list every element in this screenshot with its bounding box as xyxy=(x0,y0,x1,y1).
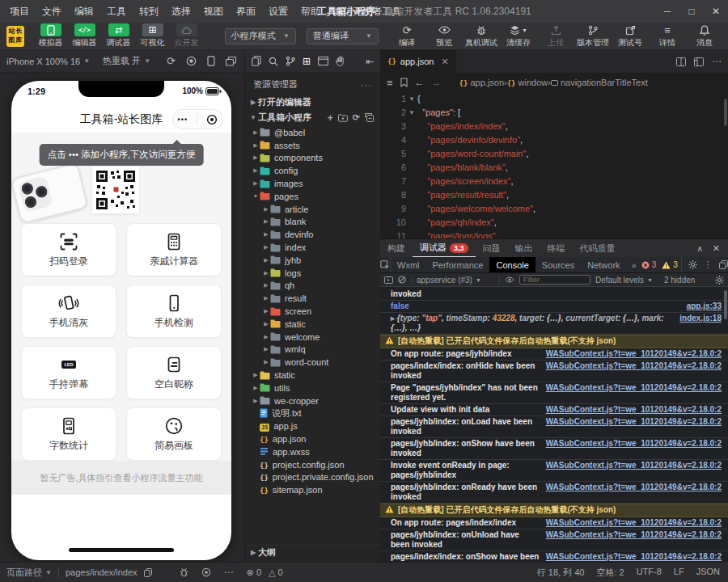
console-log-row[interactable]: pages/jyhb/index: onLoad have been invok… xyxy=(380,416,728,438)
inspect-element-icon[interactable] xyxy=(380,257,391,272)
panel-tab-问题[interactable]: 问题 xyxy=(476,239,508,257)
menu-item[interactable]: 项目 xyxy=(3,0,36,23)
tool-card-scan[interactable]: 扫码登录 xyxy=(21,223,116,276)
close-x-icon[interactable]: ✕ xyxy=(713,243,720,254)
list-action-button[interactable]: ≡ 详情 xyxy=(649,24,686,48)
hand-icon[interactable] xyxy=(336,56,345,66)
source-link[interactable]: WASubContext.js?t=we_10120149&v=2.18.0:2 xyxy=(546,552,722,562)
menu-item[interactable]: 转到 xyxy=(133,0,165,23)
maximize-button[interactable]: □ xyxy=(679,0,704,23)
tree-item-we-cropper[interactable]: ▶ we-cropper xyxy=(245,394,380,407)
close-target-icon[interactable] xyxy=(206,114,218,125)
tab-app-json[interactable]: {} app.json ✕ xyxy=(380,50,456,73)
cloud-mode-button[interactable]: 云开发 xyxy=(170,23,204,48)
kebab-menu-icon[interactable]: ⋮ xyxy=(704,259,713,270)
source-link[interactable]: WASubContext.js?t=we_10120149&v=2.18.0:2 xyxy=(546,439,722,449)
tree-item-index[interactable]: ▶ index xyxy=(245,241,380,254)
gear-icon[interactable] xyxy=(715,276,724,285)
project-section[interactable]: ▼ 工具箱小程序 +⟳ xyxy=(245,110,380,125)
outline-icon[interactable]: ≡ xyxy=(387,77,393,89)
editor-scrollbar[interactable] xyxy=(724,99,727,126)
project-logo[interactable]: 站长图库 xyxy=(6,26,24,47)
record-icon[interactable] xyxy=(186,55,197,67)
sidebar-panel-icon[interactable] xyxy=(384,276,393,284)
source-link[interactable]: WASubContext.js?t=we_10120149&v=2.18.0:2 xyxy=(546,349,722,359)
statusbar-item[interactable]: LF xyxy=(674,567,684,579)
tree-item-qh[interactable]: ▶ qh xyxy=(245,280,380,293)
tree-item-assets[interactable]: ▶ assets xyxy=(245,139,380,152)
new-folder-icon[interactable] xyxy=(338,112,348,124)
devtools-tab-Performance[interactable]: Performance xyxy=(426,257,490,272)
statusbar-item[interactable]: 空格: 2 xyxy=(596,567,624,579)
layers-action-button[interactable]: ▼ 清缓存 xyxy=(500,24,537,48)
source-link[interactable]: WASubContext.js?t=we_10120149&v=2.18.0:2 xyxy=(546,461,722,470)
console-log-list[interactable]: invokedfalseapp.js:33index.js:18▸ {type:… xyxy=(380,289,728,562)
panel-tab-调试器[interactable]: 调试器3,3 xyxy=(413,239,476,257)
fold-chevron-icon[interactable]: ▼ xyxy=(406,92,417,106)
more-icon[interactable]: ··· xyxy=(361,80,372,90)
tree-item-wmlq[interactable]: ▶ wmlq xyxy=(245,344,380,356)
bell-action-button[interactable]: 消息 xyxy=(686,24,723,48)
source-link[interactable]: WASubContext.js?t=we_10120149&v=2.18.0:2 xyxy=(546,483,722,492)
window-icon[interactable] xyxy=(318,57,328,65)
menu-item[interactable]: 工具 xyxy=(100,0,133,23)
menu-item[interactable]: 设置 xyxy=(262,0,294,23)
popout-icon[interactable] xyxy=(719,260,728,269)
console-log-row[interactable]: Page "pages/jyhb/index" has not been reg… xyxy=(380,382,728,404)
branch-icon[interactable] xyxy=(286,56,295,66)
console-log-row[interactable]: pages/index/index: onShow have been invo… xyxy=(380,551,728,562)
statusbar-item[interactable]: 行 18, 列 40 xyxy=(537,567,585,579)
tree-item-images[interactable]: ▶ images xyxy=(245,177,380,190)
menu-item[interactable]: 文件 xyxy=(36,0,68,23)
search-icon[interactable] xyxy=(269,57,278,66)
devtools-tab-Sources[interactable]: Sources xyxy=(535,257,581,272)
collapse-up-icon[interactable]: ∧ xyxy=(696,243,702,254)
tool-card-phonewave[interactable]: 手机清灰 xyxy=(21,285,116,338)
upload-action-button[interactable]: 上传 xyxy=(537,24,574,48)
devtools-tab-Wxml[interactable]: Wxml xyxy=(391,257,426,272)
console-log-row[interactable]: Update view with init dataWASubContext.j… xyxy=(380,404,728,416)
statusbar-problem-counts[interactable]: ⊗ 0 △ 0 xyxy=(247,567,283,578)
copy-icon[interactable] xyxy=(144,568,152,577)
code-mode-button[interactable]: </> 编辑器 xyxy=(68,23,102,48)
clear-console-icon[interactable] xyxy=(398,276,406,284)
console-log-row[interactable]: invoked xyxy=(380,289,728,301)
source-link[interactable]: WASubContext.js?t=we_10120149&v=2.18.0:2 xyxy=(546,518,722,528)
statusbar-item[interactable]: UTF-8 xyxy=(637,567,662,579)
back-icon[interactable]: ← xyxy=(415,77,425,88)
console-log-row[interactable]: On app route: pages/index/indexWASubCont… xyxy=(380,517,728,529)
eye-icon[interactable] xyxy=(505,276,514,283)
mode-dropdown[interactable]: 小程序模式▼ xyxy=(225,28,296,44)
tree-item-project.private.config.json[interactable]: {} project.private.config.json xyxy=(245,471,380,484)
close-button[interactable]: ✕ xyxy=(704,0,728,23)
capsule-button[interactable]: ••• xyxy=(172,109,223,129)
devtools-problem-counts[interactable]: 3 3 xyxy=(641,257,681,272)
panel-tab-构建[interactable]: 构建 xyxy=(380,239,413,257)
tool-card-smartphone[interactable]: 手机检测 xyxy=(126,285,222,338)
console-object-row[interactable]: index.js:18▸ {type: "tap", timeStamp: 43… xyxy=(380,313,728,335)
eye-action-button[interactable]: 预览 xyxy=(425,24,463,48)
grid-icon[interactable]: ⊞ xyxy=(303,56,311,67)
menu-item[interactable]: 选择 xyxy=(165,0,197,23)
files-icon[interactable] xyxy=(252,56,261,66)
menu-item[interactable]: 编辑 xyxy=(68,0,100,23)
outline-section[interactable]: ▶ 大纲 xyxy=(245,545,380,559)
tree-item-blank[interactable]: ▶ blank xyxy=(245,216,380,229)
more-icon[interactable]: ⋯ xyxy=(224,567,234,578)
tree-item-app.wxss[interactable]: app.wxss xyxy=(245,445,380,458)
tree-item-pages[interactable]: ▼ pages xyxy=(245,190,380,203)
tree-item-config[interactable]: ▶ config xyxy=(245,164,380,177)
more-dots-icon[interactable]: ••• xyxy=(178,116,188,124)
devtools-tab-Network[interactable]: Network xyxy=(581,257,626,272)
tree-item-screen[interactable]: ▶ screen xyxy=(245,305,380,318)
menu-item[interactable]: 界面 xyxy=(230,0,262,23)
source-link[interactable]: WASubContext.js?t=we_10120149&v=2.18.0:2 xyxy=(546,530,722,540)
phone-mode-button[interactable]: 模拟器 xyxy=(34,23,68,48)
refresh-action-button[interactable]: ⟳ 编译 xyxy=(388,24,425,48)
tree-item-@babel[interactable]: ▶ @babel xyxy=(245,126,380,139)
source-link[interactable]: WASubContext.js?t=we_10120149&v=2.18.0:2 xyxy=(546,361,722,371)
console-log-row[interactable]: On app route: pages/jyhb/indexWASubConte… xyxy=(380,348,728,361)
console-warning-row[interactable]: [自动热重载] 已开启代码文件保存后自动热重载(不支持 json) xyxy=(380,335,728,348)
panel-tab-代码质量[interactable]: 代码质量 xyxy=(573,239,623,257)
close-icon[interactable]: ✕ xyxy=(441,57,448,67)
